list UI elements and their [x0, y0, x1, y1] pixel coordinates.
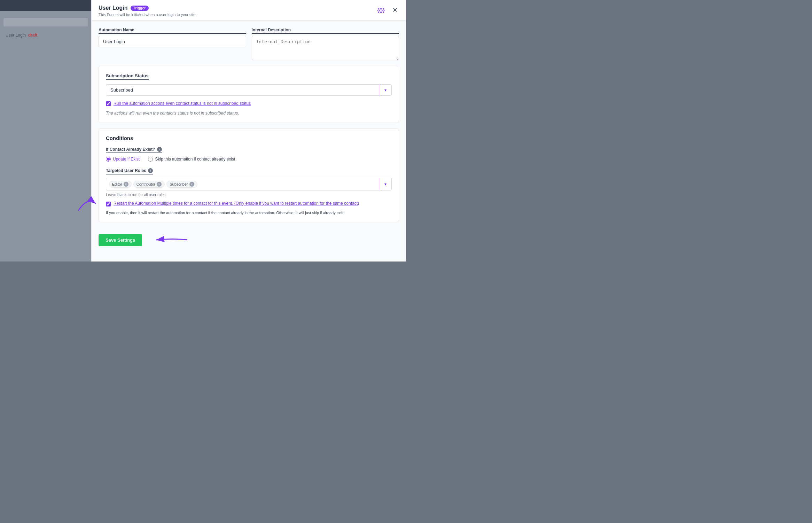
radio-skip-input[interactable] — [148, 157, 153, 162]
internal-description-textarea[interactable] — [252, 36, 399, 60]
targeted-roles-select-wrapper: Editor × Contributor × Subscriber × ▾ — [106, 178, 392, 190]
subscription-status-select[interactable]: Subscribed Unsubscribed Pending — [106, 84, 392, 96]
radio-skip-label: Skip this automation if contact already … — [155, 157, 235, 162]
restart-checkbox[interactable] — [106, 202, 111, 206]
restart-checkbox-row: Restart the Automation Multiple times fo… — [106, 201, 392, 206]
save-row: Save Settings — [99, 228, 399, 256]
tag-contributor-label: Contributor — [136, 182, 155, 186]
left-panel-item-text: User Login — [6, 33, 26, 38]
leave-blank-hint: Leave blank to run for all user roles — [106, 193, 392, 197]
save-settings-button[interactable]: Save Settings — [99, 234, 142, 246]
panel-subtitle: This Funnel will be initiated when a use… — [99, 13, 195, 17]
targeted-roles-info-icon[interactable]: i — [148, 168, 153, 173]
automation-name-label: Automation Name — [99, 28, 246, 34]
restart-label[interactable]: Restart the Automation Multiple times fo… — [114, 201, 359, 206]
radio-update-if-exist[interactable]: Update if Exist — [106, 157, 140, 162]
panel-title-text: User Login — [99, 5, 128, 11]
targeted-roles-label: Targeted User Roles i — [106, 168, 153, 174]
radio-update-label: Update if Exist — [113, 157, 140, 162]
contact-exist-label-text: If Contact Already Exist? — [106, 147, 155, 152]
code-icon-button[interactable]: {{}} — [376, 6, 386, 14]
tag-contributor-remove[interactable]: × — [157, 182, 162, 187]
left-panel-header — [0, 0, 91, 11]
trigger-badge: Trigger — [131, 6, 149, 11]
right-panel: User Login Trigger This Funnel will be i… — [91, 0, 406, 262]
tag-editor-label: Editor — [112, 182, 122, 186]
left-panel-item: User Login draft — [0, 30, 91, 40]
tag-subscriber: Subscriber × — [166, 181, 197, 188]
tag-editor-remove[interactable]: × — [124, 182, 128, 187]
conditions-card: Conditions If Contact Already Exist? i U… — [99, 128, 399, 223]
close-icon: ✕ — [392, 6, 398, 14]
tag-subscriber-label: Subscriber — [170, 182, 188, 186]
run-automation-label[interactable]: Run the automation actions even contact … — [114, 101, 251, 107]
tag-editor: Editor × — [109, 181, 132, 188]
internal-description-label: Internal Description — [252, 28, 399, 34]
panel-header: User Login Trigger This Funnel will be i… — [92, 0, 406, 21]
automation-name-group: Automation Name — [99, 28, 246, 60]
top-form-row: Automation Name Internal Description — [99, 28, 399, 60]
save-arrow-annotation — [149, 231, 191, 249]
run-automation-checkbox-row: Run the automation actions even contact … — [106, 101, 392, 107]
left-panel-bar — [3, 18, 88, 26]
panel-body: Automation Name Internal Description Sub… — [92, 21, 406, 262]
targeted-roles-label-text: Targeted User Roles — [106, 168, 146, 173]
run-automation-checkbox[interactable] — [106, 101, 111, 106]
automation-name-input[interactable] — [99, 36, 246, 47]
contact-exist-label: If Contact Already Exist? i — [106, 147, 162, 153]
close-icon-button[interactable]: ✕ — [391, 5, 399, 15]
subscription-status-title: Subscription Status — [106, 73, 149, 80]
targeted-roles-tags-select[interactable]: Editor × Contributor × Subscriber × — [106, 178, 392, 190]
tag-contributor: Contributor × — [133, 181, 165, 188]
restart-hint: If you enable, then it will restart the … — [106, 210, 392, 216]
radio-update-input[interactable] — [106, 157, 111, 162]
radio-skip-if-exist[interactable]: Skip this automation if contact already … — [148, 157, 235, 162]
left-panel-draft-badge: draft — [28, 33, 38, 38]
left-panel: User Login draft — [0, 0, 91, 262]
panel-header-left: User Login Trigger This Funnel will be i… — [99, 5, 195, 17]
contact-exist-info-icon[interactable]: i — [157, 147, 162, 152]
internal-description-group: Internal Description — [252, 28, 399, 60]
conditions-title: Conditions — [106, 135, 392, 141]
subscription-status-hint: The actions will run even the contact's … — [106, 110, 392, 116]
subscription-status-card: Subscription Status Subscribed Unsubscri… — [99, 66, 399, 123]
panel-title: User Login Trigger — [99, 5, 195, 11]
contact-exist-radio-group: Update if Exist Skip this automation if … — [106, 157, 392, 162]
code-icon: {{}} — [377, 7, 385, 13]
panel-header-right: {{}} ✕ — [376, 5, 399, 15]
tag-subscriber-remove[interactable]: × — [189, 182, 194, 187]
subscription-status-select-wrapper: Subscribed Unsubscribed Pending ▾ — [106, 84, 392, 96]
